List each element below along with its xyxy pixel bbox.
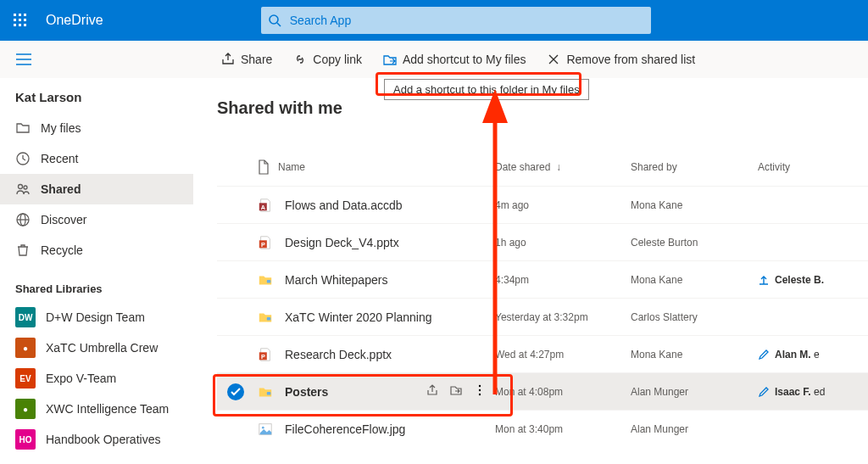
row-more-button[interactable] bbox=[473, 383, 487, 400]
file-name: Posters bbox=[285, 385, 328, 399]
copy-link-button[interactable]: Copy link bbox=[282, 41, 372, 78]
svg-text:P: P bbox=[261, 240, 265, 248]
nav-item-label: My files bbox=[41, 121, 81, 135]
svg-point-29 bbox=[479, 385, 481, 387]
nav-item-label: Shared bbox=[41, 182, 81, 196]
row-share-button[interactable] bbox=[426, 383, 439, 400]
share-icon bbox=[220, 52, 236, 67]
file-name: Flows and Data.accdb bbox=[285, 198, 403, 212]
svg-text:A: A bbox=[261, 203, 265, 210]
col-date[interactable]: Date shared ↓ bbox=[495, 161, 631, 173]
row-checkbox[interactable] bbox=[227, 383, 244, 400]
svg-rect-5 bbox=[24, 19, 26, 21]
nav-my-files[interactable]: My files bbox=[0, 113, 193, 143]
left-nav: Kat Larson My files Recent Shared Discov… bbox=[0, 78, 193, 464]
table-row[interactable]: XaTC Winter 2020 Planning Yesterday at 3… bbox=[217, 298, 868, 335]
share-button[interactable]: Share bbox=[210, 41, 282, 78]
col-sharedby[interactable]: Shared by bbox=[631, 161, 758, 173]
nav-recent[interactable]: Recent bbox=[0, 143, 193, 174]
date-shared: 4m ago bbox=[495, 199, 631, 211]
nav-discover[interactable]: Discover bbox=[0, 204, 193, 235]
svg-rect-25 bbox=[267, 317, 271, 321]
file-name: March Whitepapers bbox=[285, 273, 387, 287]
nav-owner-label: Kat Larson bbox=[0, 90, 193, 113]
nav-item-label: Discover bbox=[41, 213, 86, 226]
share-label: Share bbox=[241, 53, 272, 66]
svg-point-15 bbox=[19, 185, 23, 189]
shared-by: Mona Kane bbox=[631, 199, 758, 211]
library-label: XWC Intelligence Team bbox=[46, 402, 169, 416]
hamburger-icon bbox=[16, 53, 31, 65]
library-item[interactable]: ●XaTC Umbrella Crew bbox=[0, 333, 193, 363]
svg-line-10 bbox=[277, 23, 281, 26]
globe-icon bbox=[15, 212, 31, 227]
table-row[interactable]: FileCoherenceFlow.jpg Mon at 3:40pm Alan… bbox=[217, 410, 868, 447]
search-input[interactable] bbox=[261, 7, 651, 34]
library-label: D+W Design Team bbox=[46, 310, 145, 324]
svg-rect-28 bbox=[267, 392, 271, 395]
shared-by: Mona Kane bbox=[631, 349, 758, 361]
svg-text:P: P bbox=[261, 352, 265, 360]
svg-rect-1 bbox=[19, 14, 21, 16]
file-name: Design Deck_V4.pptx bbox=[285, 236, 399, 249]
table-row[interactable]: Posters Mon at 4:08pm Alan Munger Isaac … bbox=[217, 372, 868, 410]
date-shared: Yesterday at 3:32pm bbox=[495, 311, 631, 323]
page-title: Shared with me bbox=[217, 98, 868, 118]
svg-rect-6 bbox=[14, 24, 16, 26]
file-name: Research Deck.pptx bbox=[285, 348, 392, 361]
table-row[interactable]: March Whitepapers 4:34pm Mona Kane Celes… bbox=[217, 260, 868, 298]
col-name[interactable]: Name bbox=[278, 161, 305, 173]
activity-cell: Celeste B. bbox=[758, 274, 860, 286]
shared-libraries-heading: Shared Libraries bbox=[0, 266, 193, 302]
link-icon bbox=[292, 52, 308, 67]
nav-toggle-button[interactable] bbox=[7, 42, 41, 76]
library-item[interactable]: EVExpo V-Team bbox=[0, 363, 193, 394]
date-shared: Mon at 3:40pm bbox=[495, 423, 631, 435]
people-icon bbox=[15, 182, 31, 197]
app-launcher-button[interactable] bbox=[0, 0, 41, 41]
table-row[interactable]: PResearch Deck.pptx Wed at 4:27pm Mona K… bbox=[217, 335, 868, 372]
row-shortcut-button[interactable] bbox=[449, 383, 463, 400]
folder-shortcut-icon bbox=[382, 52, 398, 67]
svg-rect-24 bbox=[267, 280, 271, 283]
remove-shared-label: Remove from shared list bbox=[566, 53, 695, 66]
library-item[interactable]: ●XWC Intelligence Team bbox=[0, 394, 193, 424]
sort-down-icon: ↓ bbox=[554, 161, 561, 173]
file-name: XaTC Winter 2020 Planning bbox=[285, 310, 432, 324]
shared-by: Carlos Slattery bbox=[631, 311, 758, 323]
search-icon bbox=[268, 14, 281, 27]
shared-by: Mona Kane bbox=[631, 274, 758, 286]
nav-recycle[interactable]: Recycle bbox=[0, 235, 193, 266]
date-shared: Mon at 4:08pm bbox=[495, 386, 631, 398]
file-icon bbox=[258, 159, 270, 175]
library-label: Handbook Operatives bbox=[46, 433, 160, 446]
library-item[interactable]: HOHandbook Operatives bbox=[0, 424, 193, 455]
library-label: Expo V-Team bbox=[46, 372, 116, 385]
svg-rect-4 bbox=[19, 19, 21, 21]
table-header: Name Date shared ↓ Shared by Activity bbox=[217, 148, 868, 186]
brand-label: OneDrive bbox=[46, 13, 103, 28]
table-row[interactable]: AFlows and Data.accdb 4m ago Mona Kane bbox=[217, 186, 868, 223]
table-row[interactable]: PDesign Deck_V4.pptx 1h ago Celeste Burt… bbox=[217, 223, 868, 260]
nav-item-label: Recycle bbox=[41, 243, 83, 257]
shared-by: Alan Munger bbox=[631, 386, 758, 398]
col-activity[interactable]: Activity bbox=[758, 161, 860, 173]
trash-icon bbox=[15, 243, 31, 258]
date-shared: 1h ago bbox=[495, 237, 631, 249]
activity-cell: Isaac F. ed bbox=[758, 386, 860, 398]
svg-point-31 bbox=[479, 394, 481, 395]
add-shortcut-button[interactable]: Add shortcut to My files bbox=[372, 41, 537, 78]
remove-shared-button[interactable]: Remove from shared list bbox=[536, 41, 705, 78]
svg-point-16 bbox=[24, 186, 27, 189]
shared-by: Celeste Burton bbox=[631, 237, 758, 249]
copy-link-label: Copy link bbox=[313, 53, 362, 66]
svg-point-33 bbox=[262, 426, 264, 428]
library-label: XaTC Umbrella Crew bbox=[46, 341, 158, 355]
main-content: Shared with me Name Date shared ↓ Shared… bbox=[193, 78, 868, 464]
nav-shared[interactable]: Shared bbox=[0, 174, 193, 204]
svg-rect-0 bbox=[14, 14, 16, 16]
date-shared: Wed at 4:27pm bbox=[495, 349, 631, 361]
file-name: FileCoherenceFlow.jpg bbox=[285, 422, 405, 436]
library-badge: DW bbox=[15, 307, 36, 327]
library-item[interactable]: DWD+W Design Team bbox=[0, 302, 193, 333]
